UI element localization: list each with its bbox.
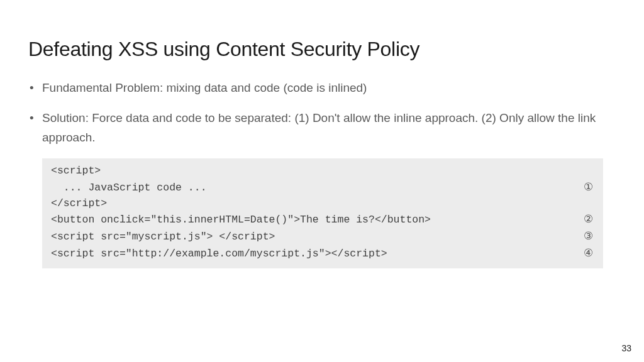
page-number: 33 xyxy=(621,343,631,353)
code-text: <button onclick="this.innerHTML=Date()">… xyxy=(51,212,431,228)
code-text: </script> xyxy=(51,196,107,212)
code-marker: ③ xyxy=(584,228,594,244)
code-line: ... JavaScript code ... ① xyxy=(51,179,594,196)
code-marker: ① xyxy=(584,179,594,195)
code-text: <script src="http://example.com/myscript… xyxy=(51,246,387,262)
code-line: <script> xyxy=(51,163,594,179)
code-line: <script src="http://example.com/myscript… xyxy=(51,245,594,262)
bullet-list: Fundamental Problem: mixing data and cod… xyxy=(28,79,616,147)
bullet-item: Fundamental Problem: mixing data and cod… xyxy=(28,79,616,97)
code-text: <script src="myscript.js"> </script> xyxy=(51,229,275,245)
code-line: <button onclick="this.innerHTML=Date()">… xyxy=(51,211,594,228)
bullet-item: Solution: Force data and code to be sepa… xyxy=(28,109,616,147)
code-marker: ④ xyxy=(584,245,594,261)
code-line: </script> xyxy=(51,196,594,212)
code-line: <script src="myscript.js"> </script> ③ xyxy=(51,228,594,245)
code-block: <script> ... JavaScript code ... ① </scr… xyxy=(42,158,603,268)
slide-title: Defeating XSS using Content Security Pol… xyxy=(28,38,616,61)
slide-content: Defeating XSS using Content Security Pol… xyxy=(0,0,644,268)
code-text: <script> xyxy=(51,163,101,179)
code-text: ... JavaScript code ... xyxy=(51,180,207,196)
code-marker: ② xyxy=(584,211,594,227)
